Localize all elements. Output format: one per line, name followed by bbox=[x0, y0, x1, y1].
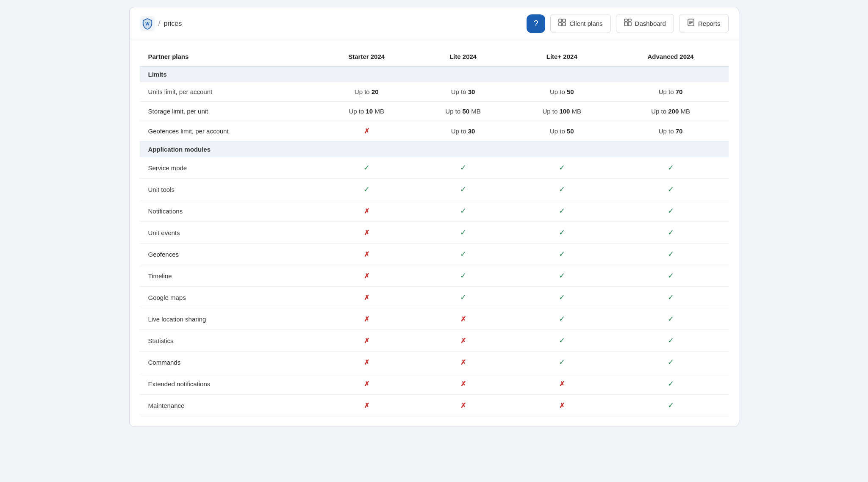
cell-advanced: ✓ bbox=[613, 352, 729, 373]
table-row: Timeline✗✓✓✓ bbox=[140, 265, 729, 287]
breadcrumb-label: prices bbox=[164, 20, 182, 28]
cell-advanced: ✓ bbox=[613, 200, 729, 222]
feature-name: Unit tools bbox=[140, 179, 318, 200]
cell-lite: Up to 50 MB bbox=[415, 102, 511, 121]
cell-advanced: ✓ bbox=[613, 373, 729, 395]
feature-name: Extended notifications bbox=[140, 373, 318, 395]
cell-lite: ✗ bbox=[415, 373, 511, 395]
check-icon: ✓ bbox=[668, 185, 674, 194]
reports-button[interactable]: Reports bbox=[679, 14, 729, 33]
table-row: Statistics✗✗✓✓ bbox=[140, 330, 729, 352]
svg-text:W: W bbox=[145, 22, 150, 26]
table-row: Live location sharing✗✗✓✓ bbox=[140, 308, 729, 330]
cell-starter: ✗ bbox=[318, 287, 415, 308]
col-lite: Lite 2024 bbox=[415, 47, 511, 66]
check-icon: ✓ bbox=[363, 185, 370, 194]
pricing-table: Partner plans Starter 2024 Lite 2024 Lit… bbox=[140, 47, 729, 416]
col-lite-plus: Lite+ 2024 bbox=[511, 47, 613, 66]
cell-advanced: ✓ bbox=[613, 222, 729, 244]
table-row: Units limit, per accountUp to 20Up to 30… bbox=[140, 82, 729, 102]
cell-lite_plus: ✓ bbox=[511, 244, 613, 265]
cell-lite: ✗ bbox=[415, 352, 511, 373]
check-icon: ✓ bbox=[559, 358, 565, 366]
cross-icon: ✗ bbox=[364, 127, 369, 135]
table-row: Commands✗✗✓✓ bbox=[140, 352, 729, 373]
table-row: Unit events✗✓✓✓ bbox=[140, 222, 729, 244]
cross-icon: ✗ bbox=[364, 316, 369, 323]
cell-lite_plus: ✓ bbox=[511, 157, 613, 179]
limit-value: 30 bbox=[468, 88, 475, 95]
check-icon: ✓ bbox=[668, 358, 674, 366]
check-icon: ✓ bbox=[460, 250, 466, 258]
cross-icon: ✗ bbox=[364, 359, 369, 366]
feature-name: Statistics bbox=[140, 330, 318, 352]
check-icon: ✓ bbox=[668, 315, 674, 323]
table-row: Extended notifications✗✗✗✓ bbox=[140, 373, 729, 395]
cell-lite_plus: ✓ bbox=[511, 200, 613, 222]
section-row-app_modules: Application modules bbox=[140, 141, 729, 158]
cross-icon: ✗ bbox=[460, 359, 466, 366]
table-row: Unit tools✓✓✓✓ bbox=[140, 179, 729, 200]
table-row: Geofences✗✓✓✓ bbox=[140, 244, 729, 265]
cell-starter: ✗ bbox=[318, 352, 415, 373]
section-row-limits: Limits bbox=[140, 66, 729, 83]
cell-lite_plus: ✗ bbox=[511, 373, 613, 395]
help-button[interactable]: ? bbox=[527, 14, 545, 33]
svg-rect-6 bbox=[624, 19, 627, 21]
cell-lite: ✗ bbox=[415, 395, 511, 416]
main-container: W / prices ? Client plans bbox=[129, 7, 739, 427]
reports-label: Reports bbox=[698, 20, 721, 27]
cross-icon: ✗ bbox=[460, 316, 466, 323]
cell-starter: ✗ bbox=[318, 121, 415, 141]
cell-lite: ✓ bbox=[415, 244, 511, 265]
limit-value: 20 bbox=[372, 88, 379, 95]
cell-starter: Up to 10 MB bbox=[318, 102, 415, 121]
check-icon: ✓ bbox=[668, 163, 674, 172]
client-plans-button[interactable]: Client plans bbox=[550, 14, 610, 33]
cell-lite_plus: ✗ bbox=[511, 395, 613, 416]
cell-starter: ✗ bbox=[318, 308, 415, 330]
check-icon: ✓ bbox=[559, 315, 565, 323]
check-icon: ✓ bbox=[559, 336, 565, 345]
cross-icon: ✗ bbox=[460, 337, 466, 344]
check-icon: ✓ bbox=[668, 271, 674, 280]
feature-name: Timeline bbox=[140, 265, 318, 287]
section-label: Application modules bbox=[140, 141, 729, 158]
table-row: Service mode✓✓✓✓ bbox=[140, 157, 729, 179]
table-row: Geofences limit, per account✗Up to 30Up … bbox=[140, 121, 729, 141]
check-icon: ✓ bbox=[363, 163, 370, 172]
table-row: Notifications✗✓✓✓ bbox=[140, 200, 729, 222]
svg-rect-8 bbox=[624, 22, 627, 26]
feature-name: Geofences bbox=[140, 244, 318, 265]
col-starter: Starter 2024 bbox=[318, 47, 415, 66]
table-row: Maintenance✗✗✗✓ bbox=[140, 395, 729, 416]
cell-lite_plus: Up to 50 bbox=[511, 121, 613, 141]
check-icon: ✓ bbox=[460, 271, 466, 280]
check-icon: ✓ bbox=[559, 163, 565, 172]
dashboard-button[interactable]: Dashboard bbox=[616, 14, 674, 33]
cell-starter: ✗ bbox=[318, 395, 415, 416]
check-icon: ✓ bbox=[668, 336, 674, 345]
cell-advanced: ✓ bbox=[613, 308, 729, 330]
feature-name: Unit events bbox=[140, 222, 318, 244]
feature-name: Geofences limit, per account bbox=[140, 121, 318, 141]
limit-value: 10 bbox=[366, 108, 373, 115]
cell-starter: ✗ bbox=[318, 265, 415, 287]
cell-advanced: ✓ bbox=[613, 395, 729, 416]
cell-advanced: ✓ bbox=[613, 265, 729, 287]
limit-value: 70 bbox=[676, 127, 683, 135]
col-feature: Partner plans bbox=[140, 47, 318, 66]
cell-lite: ✓ bbox=[415, 200, 511, 222]
header-right: ? Client plans bbox=[527, 14, 728, 33]
dashboard-label: Dashboard bbox=[635, 20, 666, 27]
table-header-row: Partner plans Starter 2024 Lite 2024 Lit… bbox=[140, 47, 729, 66]
cell-advanced: Up to 200 MB bbox=[613, 102, 729, 121]
table-row: Google maps✗✓✓✓ bbox=[140, 287, 729, 308]
client-plans-icon bbox=[558, 19, 566, 28]
cell-lite: Up to 30 bbox=[415, 82, 511, 102]
cross-icon: ✗ bbox=[364, 272, 369, 280]
table-wrapper: Partner plans Starter 2024 Lite 2024 Lit… bbox=[130, 40, 739, 427]
cell-advanced: ✓ bbox=[613, 287, 729, 308]
limit-value: 30 bbox=[468, 127, 475, 135]
cell-lite: ✗ bbox=[415, 308, 511, 330]
